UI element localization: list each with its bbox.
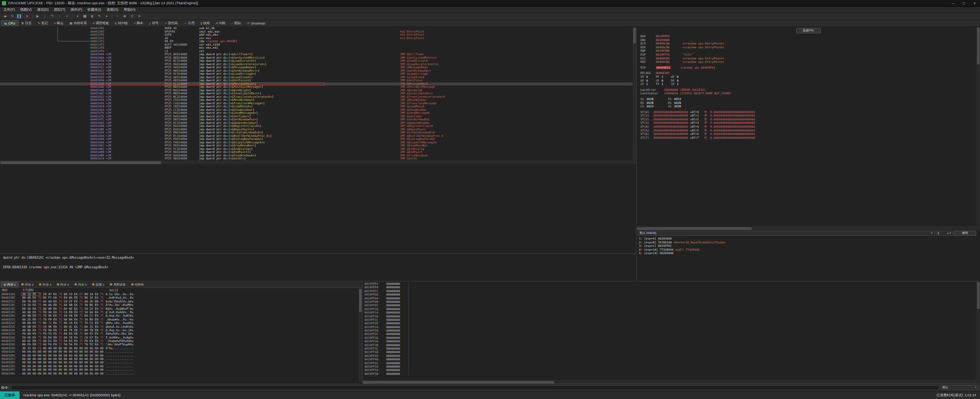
call-argument[interactable]: 5: [esp+14] 00283000 [639, 251, 980, 255]
disassembly-vscrollbar[interactable] [633, 27, 636, 161]
registers-vscrollbar[interactable] [977, 27, 980, 227]
dump-row[interactable]: 004031CCE0 7A E8 75 60 44 EA 75 C0 CF E9… [0, 300, 362, 303]
tab-线程[interactable]: ∥线程 [198, 20, 213, 26]
tab-源代码[interactable]: ‹›源代码 [162, 20, 181, 26]
register-row[interactable]: EDI00409C80<crackme upx.EntryPoint> [637, 60, 980, 64]
scroll-thumb[interactable] [977, 28, 980, 64]
scroll-thumb[interactable] [633, 28, 636, 44]
st-register-row[interactable]: ST(5)00000000000000000000x87r5空0.0000000… [637, 129, 980, 133]
dump-tab-局部变量[interactable]: ▦局部变量 [107, 282, 129, 287]
dump-row[interactable]: 0040328CB0 FA E8 75 60 F4 E9 75 50 54 E9… [0, 343, 362, 346]
memory-map-icon[interactable]: ▦ [82, 13, 88, 19]
dump-row[interactable]: 0040323C40 6B E9 75 C0 9E E8 75 00 4C EA… [0, 325, 362, 328]
stack-row[interactable]: 0019FF4800000000 [363, 358, 980, 361]
flags-row[interactable]: CF1TF1IF1 [637, 82, 980, 86]
last-error-row[interactable]: LastStatusC0000034 (STATUS_OBJECT_NAME_N… [637, 92, 980, 95]
tab-调用堆栈[interactable]: ≡调用堆栈 [90, 20, 112, 26]
tab-日志[interactable]: ≣日志 [18, 20, 35, 26]
dump-tab-结构体[interactable]: ▦结构体 [128, 282, 147, 287]
st-register-row[interactable]: ST(7)00000000000000000000x87r7空0.0000000… [637, 136, 980, 140]
dump-row[interactable]: 004032BC00 00 00 00 00 00 00 00 00 00 00… [0, 354, 362, 357]
stack-row[interactable]: 0019FF3C00000000 [363, 347, 980, 350]
menu-item-帮助[interactable]: 帮助(H) [121, 7, 138, 13]
disassembly-view[interactable]: 004013EA80EB 30sub bl,30004013ED0FAFF8im… [0, 27, 636, 161]
dump-row[interactable]: 004032EC00 00 00 00 00 00 00 00 00 00 00… [0, 365, 362, 368]
stack-row[interactable]: 0019FEF400000000 [363, 282, 980, 286]
stack-row[interactable]: 0019FF4000000000 [363, 350, 980, 354]
menu-item-收藏夹[interactable]: 收藏夹(I) [85, 7, 104, 13]
dump-row[interactable]: 0040320C40 8B E8 75 70 96 EA 75 10 94 E8… [0, 314, 362, 317]
open-file-icon[interactable]: ▰ [2, 13, 8, 19]
segments-row[interactable]: GS002BFS0053 [637, 97, 980, 101]
stack-row[interactable]: 0019FEFC00000000 [363, 289, 980, 293]
maximize-button[interactable]: □ [959, 0, 969, 7]
dump-rows[interactable]: 004031AC30 19 EE 75 20 47 EA 75 00 13 EA… [0, 292, 362, 375]
stack-row[interactable]: 0019FF2000000000 [363, 322, 980, 325]
register-row[interactable]: EBX00283000 [637, 38, 980, 42]
register-row-eflags[interactable]: EFLAGS00000305 [637, 71, 980, 75]
calculator-icon[interactable]: # [136, 13, 142, 19]
stack-hscrollbar[interactable] [363, 380, 980, 384]
threads-icon[interactable]: ≡ [74, 13, 81, 19]
stack-row[interactable]: 0019FF5400000000 [363, 368, 980, 372]
dump-row[interactable]: 0040327CA0 6C E8 75 40 61 E9 77 50 D3 E9… [0, 339, 362, 343]
hide-fpu-button[interactable]: 隐藏FPU [796, 28, 821, 33]
menu-item-插件[interactable]: 插件(P) [68, 7, 85, 13]
menu-item-选项[interactable]: 选项(O) [104, 7, 121, 13]
menu-item-文件[interactable]: 文件(F) [1, 7, 18, 13]
argument-count-stepper[interactable]: 5 ▲▼ [936, 231, 953, 236]
stack-row[interactable]: 0019FF0000000000 [363, 293, 980, 296]
dump-tab-内存 1[interactable]: ▦内存 1 [1, 282, 18, 287]
flags-row[interactable]: ZF0PF1AF0 [637, 75, 980, 79]
register-row-eip[interactable]: EIP00409E03crackme upx.00409E03 [637, 66, 980, 70]
scroll-thumb[interactable] [0, 161, 161, 164]
stack-rows[interactable]: 0019FEF4000000000019FEF8000000000019FEFC… [363, 281, 980, 380]
dump-row[interactable]: 0040322C40 D0 E9 75 80 76 EA 75 A0 14 EA… [0, 321, 362, 325]
unlock-button[interactable]: 解锁 [954, 231, 976, 236]
dump-tab-内存 2[interactable]: ▦内存 2 [18, 282, 36, 287]
dump-tab-内存 3[interactable]: ▦内存 3 [36, 282, 54, 287]
dump-row[interactable]: 0040330C00 00 00 00 00 00 00 00 00 00 00… [0, 372, 362, 375]
scylla-icon[interactable]: S [129, 13, 135, 19]
st-register-row[interactable]: ST(1)00000000000000000000x87r1空0.0000000… [637, 114, 980, 118]
minimize-button[interactable]: – [948, 0, 959, 7]
pause-icon[interactable]: ▌▌ [16, 13, 23, 19]
register-row[interactable]: ESP0019FF74"Yc{v" [637, 53, 980, 57]
segments-row[interactable]: ES002BDS002B [637, 101, 980, 105]
scroll-thumb[interactable] [977, 282, 980, 309]
notes-icon[interactable]: ✎ [96, 13, 103, 19]
trace-icon[interactable]: ~ [114, 13, 121, 19]
tab-句柄[interactable]: #句柄 [213, 20, 228, 26]
stack-row[interactable]: 0019FF5800000000 [363, 372, 980, 376]
dump-row[interactable]: 0040324C40 86 EA 75 70 94 E9 75 94 7E E8… [0, 328, 362, 332]
restart-icon[interactable]: ↻ [9, 13, 16, 19]
scroll-thumb[interactable] [359, 289, 362, 312]
command-profile-select[interactable]: 默认 ▼ [941, 385, 979, 390]
st-register-row[interactable]: ST(0)00000000000000000000x87r0空0.0000000… [637, 110, 980, 114]
tab-跟踪[interactable]: ~跟踪 [229, 20, 244, 26]
run-icon[interactable]: ▶ [34, 13, 41, 19]
scroll-thumb[interactable] [637, 227, 752, 230]
registers-hscrollbar[interactable] [637, 227, 980, 230]
dump-tab-内存 4[interactable]: ▦内存 4 [54, 282, 72, 287]
log-icon[interactable]: ≣ [89, 13, 95, 19]
menu-item-调试[interactable]: 调试(D) [34, 7, 52, 13]
st-register-row[interactable]: ST(3)00000000000000000000x87r3空0.0000000… [637, 121, 980, 125]
scroll-thumb[interactable] [363, 381, 554, 384]
close-button[interactable]: × [969, 0, 980, 7]
dump-row[interactable]: 0040329C30 22 EA 75 00 00 00 00 00 00 00… [0, 346, 362, 350]
stack-row[interactable]: 0019FF5000000000 [363, 365, 980, 368]
stack-row[interactable]: 0019FF2800000000 [363, 329, 980, 332]
dump-row[interactable]: 004031ECD0 26 E8 75 A0 88 EA 75 E0 4E EA… [0, 307, 362, 310]
stack-row[interactable]: 0019FF3800000000 [363, 343, 980, 347]
stack-row[interactable]: 0019FF3000000000 [363, 336, 980, 340]
st-register-row[interactable]: ST(6)00000000000000000000x87r6空0.0000000… [637, 132, 980, 136]
menu-item-跟踪[interactable]: 跟踪(T) [51, 7, 68, 13]
settings-icon[interactable]: ⊕ [121, 13, 128, 19]
tab-断点[interactable]: ●断点 [51, 20, 67, 26]
dump-tab-内存 5[interactable]: ▦内存 5 [72, 282, 89, 287]
stack-row[interactable]: 0019FEF800000000 [363, 286, 980, 289]
dump-row[interactable]: 0040325CF0 6D E9 75 F0 53 EA 75 00 D3 E8… [0, 332, 362, 335]
execute-till-return-icon[interactable]: ↑ [56, 13, 63, 19]
step-over-icon[interactable]: ↷ [49, 13, 56, 19]
